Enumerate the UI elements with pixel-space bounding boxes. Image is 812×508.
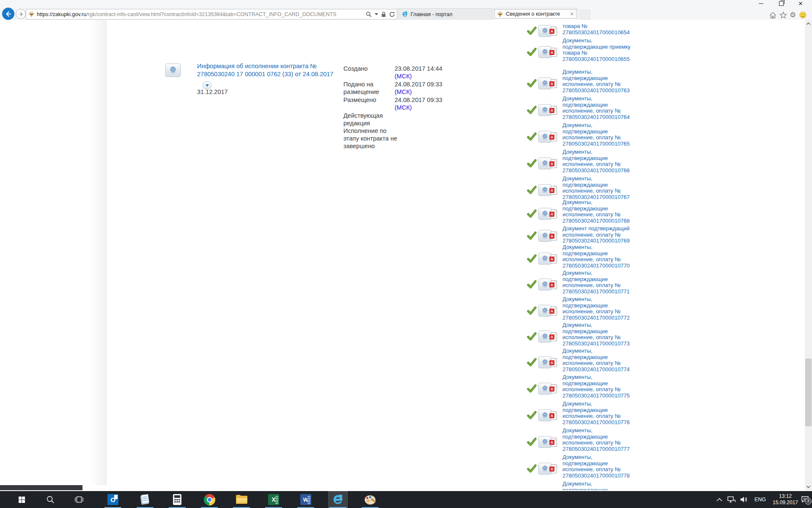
ie-logo-icon — [402, 11, 408, 17]
notification-center-icon[interactable]: 3 — [801, 491, 809, 508]
coat-of-arms-favicon — [497, 11, 503, 17]
timezone-link[interactable]: (МСК) — [395, 88, 412, 95]
paint-icon — [365, 494, 376, 505]
timezone-link[interactable]: (МСК) — [395, 73, 412, 80]
taskbar-explorer-icon[interactable] — [232, 491, 251, 508]
tray-chevron-up-icon[interactable] — [716, 491, 722, 508]
publish-success-check-icon — [527, 438, 537, 446]
browser-chrome: ✕ https://zakupki.gov.ru/rgk/contract-in… — [0, 0, 812, 20]
document-link[interactable]: Документы, подтверждающие исполнение, оп… — [562, 428, 635, 452]
refresh-icon[interactable] — [389, 11, 395, 17]
calculator-icon — [173, 494, 181, 505]
pdf-attachment-icon[interactable]: A — [549, 48, 557, 57]
taskbar-chrome-icon[interactable] — [200, 491, 219, 508]
pdf-attachment-icon[interactable]: A — [549, 384, 557, 393]
tab-contract-info[interactable]: Сведения о контракте ✕ — [493, 8, 578, 20]
address-bar[interactable]: https://zakupki.gov.ru/rgk/contract-info… — [26, 9, 397, 19]
taskbar-word-icon[interactable]: W — [296, 491, 315, 508]
contract-seal-icon-button[interactable] — [165, 64, 181, 77]
taskbar-ie-icon-active[interactable] — [328, 491, 348, 508]
screen: ✕ https://zakupki.gov.ru/rgk/contract-in… — [0, 0, 812, 508]
home-icon[interactable] — [769, 11, 777, 19]
pdf-attachment-icon[interactable]: A — [549, 232, 557, 240]
document-link[interactable]: Документы, подтверждающие исполнение, оп… — [562, 96, 635, 120]
taskbar-notepad-icon[interactable] — [135, 491, 155, 508]
word-icon: W — [300, 494, 311, 505]
document-link[interactable]: Документы, подтверждающие исполнение, оп… — [562, 348, 635, 373]
new-tab-button[interactable] — [579, 10, 590, 19]
network-icon[interactable] — [727, 491, 736, 508]
task-view-icon[interactable] — [69, 491, 89, 508]
favorites-star-icon[interactable] — [779, 11, 787, 19]
volume-icon[interactable] — [740, 491, 748, 508]
taskbar-calculator-icon[interactable] — [167, 491, 187, 508]
pdf-attachment-icon[interactable]: A — [549, 332, 557, 341]
taskbar-excel-icon[interactable]: X — [264, 491, 283, 508]
meta-value-submitted: 24.08.2017 09:33(МСК) — [395, 80, 450, 96]
document-link[interactable]: Документы, подтверждающие исполнение, оп… — [562, 149, 635, 174]
pdf-attachment-icon[interactable]: A — [549, 464, 557, 473]
publish-success-check-icon — [527, 48, 537, 56]
back-button[interactable] — [2, 8, 14, 20]
start-button[interactable] — [12, 491, 31, 508]
document-link[interactable]: товара № 2780503024017000010654 — [562, 23, 635, 36]
taskbar-paint-icon[interactable] — [360, 491, 380, 508]
publish-success-check-icon — [527, 159, 537, 168]
document-link[interactable]: Документы, подтверждающие исполнение, оп… — [562, 69, 635, 94]
scroll-down-button[interactable] — [805, 483, 812, 490]
taskbar-search-icon[interactable] — [41, 491, 60, 508]
outlook-icon: O — [107, 494, 118, 505]
meta-value-published: 24.08.2017 09:33(МСК) — [395, 96, 450, 111]
pdf-attachment-icon[interactable]: A — [549, 79, 557, 88]
window-restore-button[interactable] — [774, 0, 788, 7]
forward-button[interactable] — [16, 9, 26, 19]
document-link[interactable]: Документы, подтверждающие — [562, 481, 635, 490]
pdf-attachment-icon[interactable]: A — [549, 133, 557, 141]
document-link[interactable]: Документы, подтверждающие исполнение, оп… — [562, 176, 635, 200]
document-link[interactable]: Документы, подтверждающие исполнение, оп… — [562, 401, 635, 425]
document-link[interactable]: Документы, подтверждающие исполнение, оп… — [562, 296, 635, 321]
tab-close-icon[interactable]: ✕ — [570, 11, 574, 17]
scrollbar-thumb[interactable] — [805, 359, 812, 426]
taskbar-outlook-icon[interactable]: O — [103, 491, 123, 508]
pdf-attachment-icon[interactable]: A — [549, 106, 557, 115]
caret-down-icon — [206, 84, 209, 87]
document-link[interactable]: Документы, подтверждающие исполнение, оп… — [562, 122, 635, 147]
document-link[interactable]: Документы, подтверждающие исполнение, оп… — [562, 322, 635, 347]
pdf-attachment-icon[interactable]: A — [549, 358, 557, 367]
language-indicator[interactable]: ENG — [754, 491, 766, 508]
settings-gear-icon[interactable]: ⚙ — [789, 11, 797, 19]
window-minimize-button[interactable] — [754, 0, 768, 7]
pdf-attachment-icon[interactable]: A — [549, 186, 557, 195]
scroll-up-button[interactable] — [805, 20, 812, 27]
document-link[interactable]: Документы, подтверждающие исполнение, оп… — [562, 199, 635, 224]
tab-title: Главная - портал — [411, 11, 453, 17]
vertical-scrollbar[interactable] — [805, 20, 812, 490]
document-link[interactable]: Документы, подтверждающие исполнение, оп… — [562, 270, 635, 295]
timezone-link[interactable]: (МСК) — [395, 104, 412, 111]
document-link[interactable]: Документы, подтверждающие приемку товара… — [562, 38, 635, 62]
document-link[interactable]: Документы, подтверждающие исполнение, оп… — [562, 244, 635, 269]
pdf-attachment-icon[interactable]: A — [549, 438, 557, 447]
pdf-attachment-icon[interactable]: A — [549, 254, 557, 263]
publish-success-check-icon — [527, 27, 537, 35]
publish-success-check-icon — [527, 133, 537, 141]
tab-home-portal[interactable]: Главная - портал — [398, 8, 492, 20]
document-link[interactable]: Документы, подтверждающие исполнение, оп… — [562, 454, 635, 479]
publish-success-check-icon — [527, 254, 537, 263]
document-link[interactable]: Документы, подтверждающие исполнение, оп… — [562, 374, 635, 399]
publish-success-check-icon — [527, 411, 537, 420]
search-icon[interactable] — [366, 11, 372, 17]
pdf-attachment-icon[interactable]: A — [549, 159, 557, 168]
contract-execution-link[interactable]: Информация об исполнении контракта № 278… — [197, 62, 349, 78]
feedback-smiley-icon[interactable] — [799, 11, 807, 19]
search-dropdown-caret-icon[interactable] — [375, 13, 378, 16]
pdf-attachment-icon[interactable]: A — [549, 411, 557, 420]
pdf-attachment-icon[interactable]: A — [549, 27, 557, 36]
pdf-attachment-icon[interactable]: A — [549, 210, 557, 218]
window-close-button[interactable]: ✕ — [793, 0, 808, 7]
taskbar-clock[interactable]: 13:12 15.09.2017 — [771, 493, 799, 506]
pdf-attachment-icon[interactable]: A — [549, 306, 557, 315]
pdf-attachment-icon[interactable]: A — [549, 280, 557, 289]
document-link[interactable]: Документ подтверждащий исполнение, оплат… — [562, 226, 635, 244]
